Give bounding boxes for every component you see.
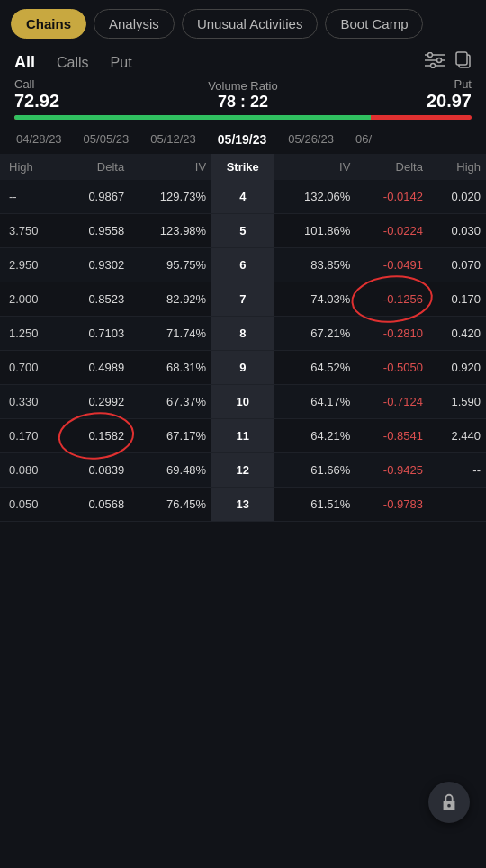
tab-chains[interactable]: Chains bbox=[11, 9, 86, 39]
table-row: 0.0800.083969.48%1261.66%-0.9425-- bbox=[0, 453, 486, 488]
put-label: Put bbox=[427, 77, 472, 91]
svg-point-4 bbox=[437, 58, 442, 63]
td-call-delta: 0.2992 bbox=[63, 385, 130, 419]
td-call-delta: 0.4989 bbox=[63, 351, 130, 385]
td-call-high: 0.170 bbox=[0, 419, 63, 453]
td-put-iv: 61.66% bbox=[274, 453, 356, 488]
td-call-iv: 69.48% bbox=[130, 453, 212, 488]
td-put-high: 2.440 bbox=[428, 419, 486, 453]
td-put-iv: 64.17% bbox=[274, 385, 356, 419]
td-put-delta: -0.9783 bbox=[356, 488, 428, 522]
td-call-iv: 95.75% bbox=[130, 248, 212, 282]
td-call-high: 0.700 bbox=[0, 351, 63, 385]
table-body: --0.9867129.73%4132.06%-0.01420.0203.750… bbox=[0, 180, 486, 522]
td-put-delta: -0.2810 bbox=[356, 317, 428, 351]
td-call-iv: 71.74% bbox=[130, 317, 212, 351]
td-call-delta: 0.0568 bbox=[63, 488, 130, 522]
td-strike: 9 bbox=[212, 351, 274, 385]
copy-icon[interactable] bbox=[455, 51, 472, 74]
td-call-high: 1.250 bbox=[0, 317, 63, 351]
td-strike: 10 bbox=[212, 385, 274, 419]
td-call-high: 2.000 bbox=[0, 282, 63, 317]
td-call-delta: 0.8523 bbox=[63, 282, 130, 317]
td-put-delta: -0.0224 bbox=[356, 214, 428, 248]
svg-rect-7 bbox=[456, 52, 467, 65]
td-strike: 6 bbox=[212, 248, 274, 282]
td-put-delta: -0.7124 bbox=[356, 385, 428, 419]
filter-put[interactable]: Put bbox=[111, 55, 132, 71]
svg-point-5 bbox=[431, 64, 436, 68]
date-tab-5[interactable]: 06/ bbox=[346, 129, 381, 150]
td-strike: 5 bbox=[212, 214, 274, 248]
filter-all[interactable]: All bbox=[14, 53, 35, 72]
td-strike: 12 bbox=[212, 453, 274, 488]
td-call-delta: 0.9558 bbox=[63, 214, 130, 248]
date-tab-1[interactable]: 05/05/23 bbox=[75, 129, 139, 150]
top-nav: Chains Analysis Unusual Activities Boot … bbox=[0, 0, 486, 48]
th-put-delta: Delta bbox=[356, 154, 428, 180]
td-put-high: 0.170 bbox=[428, 282, 486, 317]
tab-analysis[interactable]: Analysis bbox=[94, 9, 175, 39]
filter-calls[interactable]: Calls bbox=[57, 55, 89, 71]
progress-green bbox=[14, 115, 371, 120]
td-call-high: 2.950 bbox=[0, 248, 63, 282]
th-put-high: High bbox=[428, 154, 486, 180]
td-call-iv: 76.45% bbox=[130, 488, 212, 522]
table-row: 1.2500.710371.74%867.21%-0.28100.420 bbox=[0, 317, 486, 351]
td-call-high: -- bbox=[0, 180, 63, 214]
ratio-label: Volume Ratio bbox=[208, 79, 277, 93]
td-put-high: 0.920 bbox=[428, 351, 486, 385]
volume-ratio-row: Call 72.92 Volume Ratio 78 : 22 Put 20.9… bbox=[0, 76, 486, 112]
table-row: --0.9867129.73%4132.06%-0.01420.020 bbox=[0, 180, 486, 214]
date-tab-4[interactable]: 05/26/23 bbox=[279, 129, 343, 150]
call-value: 72.92 bbox=[14, 91, 59, 112]
lock-button[interactable] bbox=[428, 782, 470, 823]
td-put-high: 1.590 bbox=[428, 385, 486, 419]
td-put-delta: -0.8541 bbox=[356, 419, 428, 453]
th-strike: Strike bbox=[212, 154, 274, 180]
td-strike: 13 bbox=[212, 488, 274, 522]
table-row: 3.7500.9558123.98%5101.86%-0.02240.030 bbox=[0, 214, 486, 248]
td-put-delta: -0.1256 bbox=[356, 282, 428, 317]
td-call-iv: 123.98% bbox=[130, 214, 212, 248]
td-call-high: 0.080 bbox=[0, 453, 63, 488]
table-row: 2.0000.852382.92%774.03%-0.12560.170 bbox=[0, 282, 486, 317]
td-put-iv: 67.21% bbox=[274, 317, 356, 351]
td-call-delta: 0.1582 bbox=[63, 419, 130, 453]
date-tab-2[interactable]: 05/12/23 bbox=[141, 129, 205, 150]
td-put-high: 0.420 bbox=[428, 317, 486, 351]
table-row: 0.7000.498968.31%964.52%-0.50500.920 bbox=[0, 351, 486, 385]
td-put-delta: -0.0142 bbox=[356, 180, 428, 214]
th-put-iv: IV bbox=[274, 154, 356, 180]
td-put-delta: -0.5050 bbox=[356, 351, 428, 385]
td-strike: 7 bbox=[212, 282, 274, 317]
td-put-iv: 64.21% bbox=[274, 419, 356, 453]
table-header-row: High Delta IV Strike IV Delta High bbox=[0, 154, 486, 180]
tab-unusual-activities[interactable]: Unusual Activities bbox=[182, 9, 319, 39]
td-call-iv: 82.92% bbox=[130, 282, 212, 317]
td-call-delta: 0.7103 bbox=[63, 317, 130, 351]
td-put-iv: 132.06% bbox=[274, 180, 356, 214]
td-call-iv: 68.31% bbox=[130, 351, 212, 385]
td-put-iv: 83.85% bbox=[274, 248, 356, 282]
filter-icon[interactable] bbox=[425, 52, 445, 73]
td-call-delta: 0.9302 bbox=[63, 248, 130, 282]
table-row: 0.3300.299267.37%1064.17%-0.71241.590 bbox=[0, 385, 486, 419]
td-put-iv: 64.52% bbox=[274, 351, 356, 385]
tab-boot-camp[interactable]: Boot Camp bbox=[325, 9, 423, 39]
td-call-iv: 67.17% bbox=[130, 419, 212, 453]
date-tab-0[interactable]: 04/28/23 bbox=[7, 129, 71, 150]
td-put-delta: -0.0491 bbox=[356, 248, 428, 282]
td-call-iv: 129.73% bbox=[130, 180, 212, 214]
td-put-high: 0.020 bbox=[428, 180, 486, 214]
table-row: 2.9500.930295.75%683.85%-0.04910.070 bbox=[0, 248, 486, 282]
td-strike: 4 bbox=[212, 180, 274, 214]
td-put-delta: -0.9425 bbox=[356, 453, 428, 488]
td-put-high: -- bbox=[428, 453, 486, 488]
table-row: 0.0500.056876.45%1361.51%-0.9783 bbox=[0, 488, 486, 522]
td-put-iv: 74.03% bbox=[274, 282, 356, 317]
td-put-iv: 101.86% bbox=[274, 214, 356, 248]
date-tab-3[interactable]: 05/19/23 bbox=[209, 129, 276, 150]
td-put-high: 0.030 bbox=[428, 214, 486, 248]
td-put-high: 0.070 bbox=[428, 248, 486, 282]
